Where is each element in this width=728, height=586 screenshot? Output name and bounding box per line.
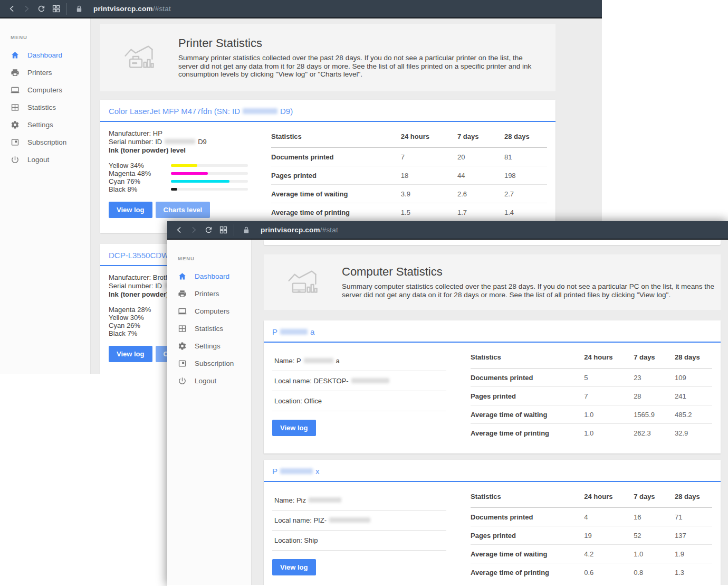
back-button[interactable] (171, 223, 186, 238)
reload-button[interactable] (201, 223, 216, 238)
col-statistics: Statistics (471, 489, 584, 508)
view-log-button[interactable]: View log (109, 346, 152, 362)
apps-grid-button[interactable] (216, 223, 231, 238)
sidebar-item-label: Dashboard (195, 272, 229, 280)
reload-button[interactable] (34, 2, 49, 16)
computer-icon (178, 307, 187, 316)
col-7-days: 7 days (634, 350, 675, 368)
sidebar-item-settings[interactable]: Settings (167, 337, 251, 355)
redacted-text (351, 378, 389, 383)
back-button[interactable] (4, 2, 19, 16)
local-name-row: Local name: DESKTOP- (272, 371, 446, 391)
sidebar-item-label: Statistics (195, 325, 223, 333)
sidebar-item-printers[interactable]: Printers (167, 285, 251, 303)
ink-label: Black 7% (109, 329, 171, 337)
card-icon (11, 138, 20, 147)
computer-panel-title[interactable]: Px (264, 460, 721, 482)
ink-row-cyan: Cyan 76% (109, 177, 263, 185)
sidebar-item-subscription[interactable]: Subscription (0, 134, 90, 151)
apps-grid-icon (52, 4, 61, 13)
sidebar-item-settings[interactable]: Settings (0, 116, 90, 134)
menu-label: MENU (0, 34, 90, 46)
ink-row-magenta: Magenta 48% (109, 169, 263, 177)
redacted-text (280, 329, 308, 335)
sidebar-item-label: Settings (27, 121, 53, 129)
sidebar-item-label: Logout (195, 377, 216, 385)
forward-button[interactable] (19, 2, 34, 16)
view-log-button[interactable]: View log (109, 202, 152, 218)
printer-statistics-header: Printer Statistics Summary printer stati… (100, 24, 555, 91)
computer-title-text: P (272, 327, 277, 336)
computer-panel-1: Pa Name: Pa Local name: DESKTOP- Locatio… (264, 320, 721, 453)
url-host: printvisorcp.com (261, 226, 320, 234)
ink-label: Cyan 76% (109, 177, 171, 185)
ssl-lock (72, 5, 86, 13)
apps-grid-button[interactable] (49, 2, 63, 16)
ink-label: Yellow 30% (109, 314, 171, 322)
table-icon (178, 324, 187, 333)
printer-stats-icon (123, 42, 154, 73)
sidebar-item-computers[interactable]: Computers (167, 303, 251, 320)
col-7-days: 7 days (634, 489, 675, 508)
printer-panel-title[interactable]: Color LaserJet MFP M477fdn (SN: IDD9) (100, 100, 555, 122)
table-row: Average time of printing0.60.81.3 (471, 563, 712, 582)
printer-panel-m477fdn: Color LaserJet MFP M477fdn (SN: IDD9) Ma… (100, 100, 555, 233)
redacted-text (309, 497, 341, 503)
view-log-button[interactable]: View log (272, 420, 316, 436)
table-row: Average time of waiting3.92.62.7 (271, 185, 547, 203)
url-bar[interactable]: printvisorcp.com/#stat (261, 226, 724, 234)
local-name-row: Local name: PIZ- (272, 511, 446, 531)
sidebar-item-dashboard[interactable]: Dashboard (167, 268, 251, 285)
col-24-hours: 24 hours (401, 129, 457, 148)
sidebar-item-printers[interactable]: Printers (0, 64, 90, 81)
sidebar-item-label: Computers (27, 86, 62, 94)
browser-toolbar: printvisorcp.com/#stat (167, 221, 728, 240)
location-row: Location: Office (272, 391, 446, 411)
redacted-text (165, 139, 195, 144)
sidebar-item-label: Printers (195, 290, 219, 298)
table-header-row: Statistics 24 hours 7 days 28 days (471, 350, 712, 368)
table-row: Pages printed728241 (471, 387, 712, 405)
page-title: Printer Statistics (178, 36, 532, 50)
browser-toolbar: printvisorcp.com/#stat (0, 0, 602, 18)
toolbar-separator (66, 3, 67, 15)
gear-icon (11, 120, 20, 129)
page-description: Summary computer statistics collected ov… (342, 282, 728, 299)
col-28-days: 28 days (675, 350, 712, 368)
url-bar[interactable]: printvisorcp.com/#stat (93, 5, 598, 13)
power-icon (178, 376, 187, 385)
computer-title-text: x (315, 467, 320, 476)
sidebar-item-logout[interactable]: Logout (0, 151, 90, 168)
ink-label: Black 8% (109, 185, 171, 193)
sidebar-item-statistics[interactable]: Statistics (0, 99, 90, 116)
table-row: Average time of waiting4.21.01.9 (471, 545, 712, 563)
col-24-hours: 24 hours (584, 489, 634, 508)
reload-icon (37, 4, 46, 13)
ink-label: Yellow 34% (109, 162, 171, 169)
sidebar-item-logout[interactable]: Logout (167, 372, 251, 390)
sidebar-item-dashboard[interactable]: Dashboard (0, 46, 90, 64)
table-row: Documents printed72081 (271, 148, 547, 166)
forward-button[interactable] (186, 223, 201, 238)
table-row: Average time of printing1.0262.332.9 (471, 424, 712, 442)
ink-bar-fill (171, 172, 208, 175)
computer-panel-title[interactable]: Pa (264, 320, 721, 343)
sidebar-item-label: Dashboard (27, 51, 62, 59)
printer-title-text: D9) (280, 107, 293, 116)
sidebar-item-subscription[interactable]: Subscription (167, 355, 251, 372)
ink-bar-fill (171, 180, 229, 183)
power-icon (11, 155, 20, 164)
computer-statistics-content: Computer Statistics Summary computer sta… (252, 240, 728, 585)
sidebar-item-statistics[interactable]: Statistics (167, 320, 251, 337)
sidebar-item-label: Settings (195, 342, 221, 350)
sidebar-item-label: Printers (27, 69, 52, 77)
sidebar-item-computers[interactable]: Computers (0, 81, 90, 99)
table-row: Pages printed1844198 (271, 166, 547, 185)
charts-level-button[interactable]: Charts level (156, 202, 210, 218)
computer-title-text: P (272, 467, 277, 476)
view-log-button[interactable]: View log (272, 559, 316, 575)
table-row: Average time of printing1.51.71.4 (271, 203, 547, 222)
ink-bar-track (171, 180, 248, 183)
computer-statistics-window: printvisorcp.com/#stat MENU Dashboard Pr… (167, 221, 728, 586)
printer-icon (178, 289, 187, 298)
